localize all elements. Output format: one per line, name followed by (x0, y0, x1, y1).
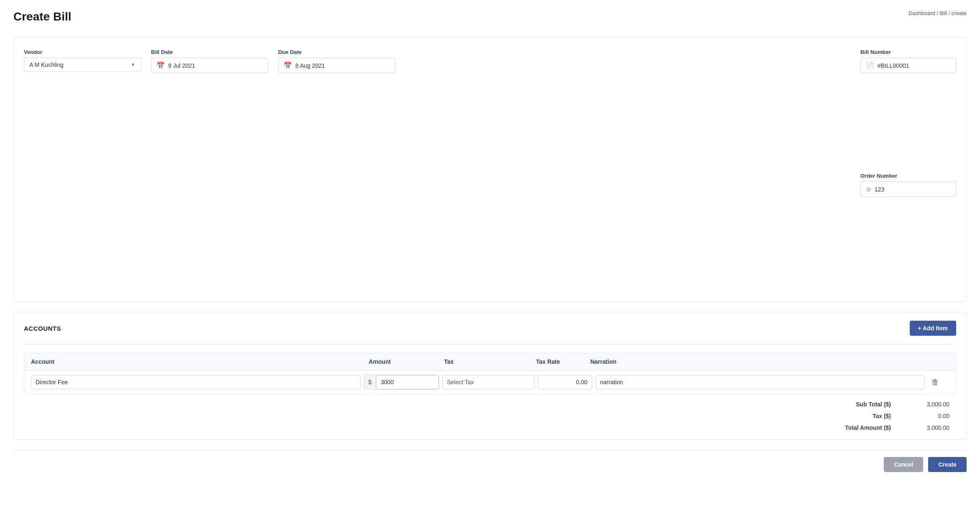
right-fields: Bill Number 📄 Order Number ⊕ (860, 49, 956, 290)
narration-cell[interactable] (596, 375, 925, 389)
order-number-group: Order Number ⊕ (860, 173, 956, 290)
order-number-label: Order Number (860, 173, 956, 179)
header-actions (928, 358, 949, 365)
header-tax: Tax (444, 358, 536, 365)
bill-number-group: Bill Number 📄 (860, 49, 956, 166)
delete-row-button[interactable]: 🗑 (928, 376, 942, 388)
narration-input[interactable] (596, 375, 925, 389)
accounts-title: ACCOUNTS (24, 325, 61, 332)
tax-row: Tax ($) 0.00 (824, 413, 949, 419)
vendor-select[interactable]: A M Kuchling (29, 61, 130, 68)
bill-number-icon: 📄 (866, 61, 874, 69)
total-amount-value: 3,000.00 (908, 424, 949, 431)
add-item-button[interactable]: + Add Item (910, 321, 956, 336)
breadcrumb: Dashboard / Bill / create (908, 10, 967, 16)
due-date-label: Due Date (278, 49, 395, 55)
header-account: Account (31, 358, 369, 365)
delete-cell[interactable]: 🗑 (928, 376, 949, 388)
tax-rate-cell (538, 375, 592, 389)
accounts-section: ACCOUNTS + Add Item Account Amount Tax T… (13, 312, 967, 440)
breadcrumb-current: create (952, 10, 967, 16)
calendar-icon: 📅 (156, 61, 165, 69)
bill-date-group: Bill Date 📅 (151, 49, 268, 73)
sub-total-row: Sub Total ($) 3,000.00 (824, 401, 949, 408)
due-calendar-icon: 📅 (284, 61, 292, 69)
vendor-label: Vendor (24, 49, 141, 55)
breadcrumb-dashboard[interactable]: Dashboard (908, 10, 935, 16)
order-number-input-wrapper[interactable]: ⊕ (860, 181, 956, 197)
bill-number-input[interactable] (878, 62, 951, 69)
account-input[interactable] (31, 375, 361, 389)
accounts-header: ACCOUNTS + Add Item (24, 321, 956, 336)
account-cell[interactable] (31, 375, 361, 389)
tax-label: Tax ($) (824, 413, 891, 419)
create-button[interactable]: Create (928, 457, 967, 472)
vendor-dropdown-icon: ▼ (130, 62, 136, 68)
total-amount-label: Total Amount ($) (824, 424, 891, 431)
amount-input[interactable] (376, 375, 438, 389)
amount-input-wrapper: $ (364, 375, 439, 390)
breadcrumb-sep1: / (937, 10, 939, 16)
header-amount: Amount (369, 358, 444, 365)
page-title: Create Bill (13, 10, 72, 23)
total-amount-row: Total Amount ($) 3,000.00 (824, 424, 949, 431)
bill-number-label: Bill Number (860, 49, 956, 55)
header-tax-rate: Tax Rate (536, 358, 591, 365)
bill-date-input[interactable] (168, 62, 263, 69)
form-section: Vendor A M Kuchling ▼ Bill Date 📅 Due (13, 37, 967, 302)
accounts-divider (24, 344, 956, 345)
currency-symbol: $ (364, 375, 376, 389)
tax-select[interactable]: Select Tax (443, 375, 535, 389)
sub-total-value: 3,000.00 (908, 401, 949, 408)
due-date-group: Due Date 📅 (278, 49, 395, 73)
header-narration: Narration (591, 358, 929, 365)
due-date-input[interactable] (295, 62, 390, 69)
amount-cell[interactable]: $ (364, 375, 439, 390)
table-header: Account Amount Tax Tax Rate Narration (24, 353, 956, 370)
due-date-input-wrapper[interactable]: 📅 (278, 58, 395, 73)
action-bar: Cancel Create (13, 450, 967, 479)
order-number-input[interactable] (875, 186, 951, 193)
cancel-button[interactable]: Cancel (884, 457, 923, 472)
sub-total-label: Sub Total ($) (824, 401, 891, 408)
tax-cell[interactable]: Select Tax (443, 375, 535, 389)
tax-value: 0.00 (908, 413, 949, 419)
breadcrumb-sep2: / (949, 10, 952, 16)
bill-date-input-wrapper[interactable]: 📅 (151, 58, 268, 73)
accounts-table: Account Amount Tax Tax Rate Narration $ (24, 353, 956, 394)
bill-date-label: Bill Date (151, 49, 268, 55)
totals-section: Sub Total ($) 3,000.00 Tax ($) 0.00 Tota… (24, 394, 956, 431)
order-number-icon: ⊕ (866, 185, 871, 193)
tax-rate-input (538, 375, 592, 389)
breadcrumb-bill[interactable]: Bill (940, 10, 947, 16)
vendor-select-wrapper[interactable]: A M Kuchling ▼ (24, 58, 141, 72)
bill-number-input-wrapper[interactable]: 📄 (860, 58, 956, 73)
table-row: $ Select Tax (24, 370, 956, 394)
vendor-group: Vendor A M Kuchling ▼ (24, 49, 141, 72)
